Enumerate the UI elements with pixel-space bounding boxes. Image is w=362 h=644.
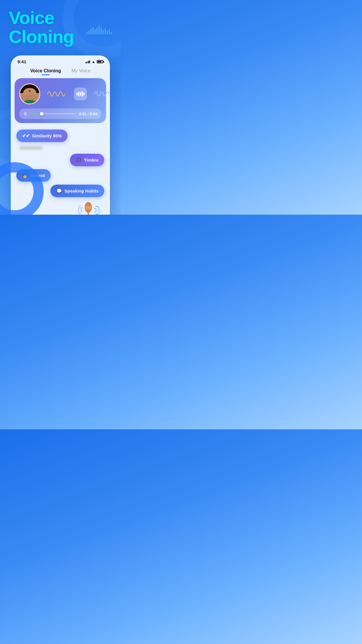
source-face — [20, 84, 39, 104]
signal-bar-4 — [89, 60, 90, 63]
pause-button[interactable]: ⏸ — [23, 111, 27, 116]
title-line2: Cloning — [9, 27, 74, 46]
tab-my-voice[interactable]: My Voice — [71, 68, 90, 75]
hero-title: Voice Cloning — [9, 8, 74, 46]
microphone-icon — [78, 200, 101, 215]
status-time: 9:41 — [17, 59, 26, 64]
clone-avatars-row — [19, 83, 101, 104]
timbre-icon: 🎧 — [76, 157, 82, 163]
title-line1: Voice — [9, 8, 74, 27]
voice-clone-card: ⏸ 0:01 / 0:04 — [15, 78, 106, 123]
signal-bar-1 — [85, 62, 86, 63]
progress-track[interactable] — [30, 113, 76, 114]
progress-thumb[interactable] — [40, 112, 43, 116]
soundwave-decoration — [86, 26, 112, 34]
wifi-icon: ▲ — [92, 60, 95, 64]
waveform-area — [40, 88, 110, 100]
blurred-placeholder — [16, 145, 104, 151]
timbre-chip[interactable]: 🎧 Timbre — [70, 154, 104, 166]
battery-fill — [98, 61, 101, 62]
speaking-habits-chip[interactable]: 💬 Speaking Habits — [50, 185, 104, 197]
voice-clone-button[interactable] — [74, 88, 87, 100]
status-bar: 9:41 ▲ — [12, 56, 109, 66]
blurred-text-1 — [19, 146, 43, 150]
signal-bars-icon — [85, 60, 90, 63]
audio-player: ⏸ 0:01 / 0:04 — [19, 108, 101, 119]
status-icons: ▲ — [85, 60, 103, 64]
speaking-icon: 💬 — [56, 188, 62, 194]
signal-bar-3 — [88, 61, 89, 63]
chip-row-1: ✔✔ Similarity 95% — [16, 130, 104, 142]
svg-rect-3 — [88, 212, 89, 215]
speaking-label: Speaking Habits — [64, 188, 99, 193]
similarity-chip[interactable]: ✔✔ Similarity 95% — [16, 130, 68, 142]
tab-bar: Voice Cloning My Voice — [12, 66, 109, 78]
tab-voice-cloning[interactable]: Voice Cloning — [30, 68, 61, 75]
left-waveform — [40, 88, 72, 100]
playback-time: 0:01 / 0:04 — [79, 112, 97, 116]
similarity-label: Similarity 95% — [32, 133, 62, 138]
equalizer-icon — [76, 91, 85, 97]
battery-icon — [97, 60, 103, 63]
source-avatar — [19, 83, 40, 104]
similarity-icon: ✔✔ — [22, 133, 30, 139]
chip-row-2: 🎧 Timbre — [16, 154, 104, 166]
timbre-label: Timbre — [84, 158, 99, 162]
right-waveform — [89, 88, 110, 100]
source-avatar-body — [20, 98, 39, 104]
signal-bar-2 — [87, 62, 87, 63]
